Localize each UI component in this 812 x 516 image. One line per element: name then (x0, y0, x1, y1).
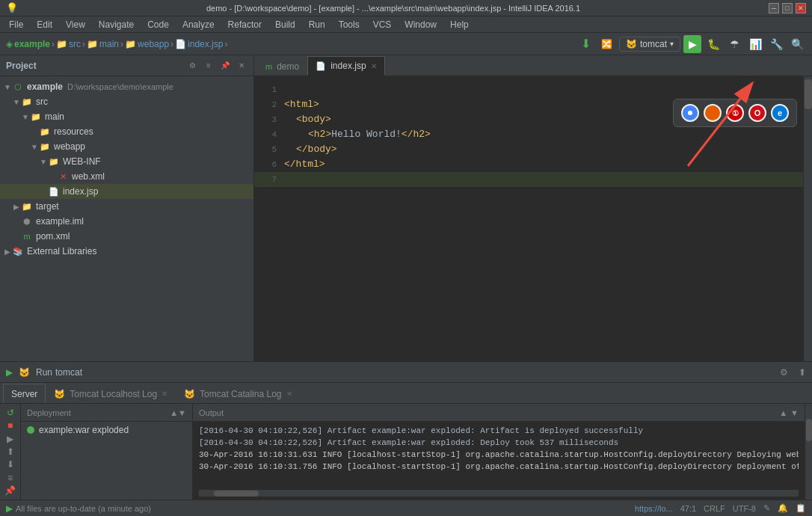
chrome-button[interactable] (681, 104, 699, 122)
tree-webapp[interactable]: ▼ 📁 webapp (0, 139, 253, 154)
menu-item-window[interactable]: Window (399, 18, 443, 31)
firefox-button[interactable] (704, 104, 722, 122)
project-panel-header: Project ⚙ ≡ 📌 ✕ (0, 55, 253, 76)
run-restart-button[interactable]: ↺ (2, 407, 19, 418)
run-down-button[interactable]: ⬇ (2, 459, 19, 470)
opera-button[interactable]: O (748, 104, 766, 122)
update-button[interactable]: ⬇ (577, 35, 595, 53)
run-tab-catalina[interactable]: 🐱 Tomcat Catalina Log ✕ (176, 384, 300, 403)
build-button[interactable]: 🔧 (767, 35, 785, 53)
breadcrumb-jsp-icon: 📄 (175, 39, 186, 49)
tree-src[interactable]: ▼ 📁 src (0, 94, 253, 109)
tree-root[interactable]: ▼ ⬡ example D:\workspace\demo\example (0, 79, 253, 94)
run-pin-button[interactable]: 📌 (2, 485, 19, 497)
tab-demo-icon: m (265, 62, 272, 71)
run-up-button[interactable]: ⬆ (2, 446, 19, 457)
maximize-button[interactable]: □ (782, 3, 793, 13)
run-filter-button[interactable]: ≡ (2, 472, 19, 483)
log-line-1: [2016-04-30 04:10:22,526] Artifact examp… (199, 425, 799, 437)
breadcrumb-webapp[interactable]: webapp (138, 39, 169, 49)
src-folder-icon: 📁 (21, 96, 33, 108)
close-button[interactable]: ✕ (796, 3, 806, 13)
menu-item-analyze[interactable]: Analyze (176, 18, 221, 31)
run-tab-localhost-close[interactable]: ✕ (162, 390, 167, 398)
run-tab-localhost[interactable]: 🐱 Tomcat Localhost Log ✕ (46, 384, 176, 403)
tree-webinf[interactable]: ▼ 📁 WEB-INF (0, 154, 253, 169)
ie-button[interactable]: ① (726, 104, 744, 122)
coverage-button[interactable]: ☂ (725, 35, 743, 53)
menu-item-edit[interactable]: Edit (31, 18, 58, 31)
edge-button[interactable]: e (771, 104, 789, 122)
deploy-status-indicator (27, 426, 34, 434)
profile-button[interactable]: 📊 (746, 35, 764, 53)
menu-item-navigate[interactable]: Navigate (93, 18, 140, 31)
status-right: https://lo... 47:1 CRLF UTF-8 ✎ 🔔 📋 (635, 503, 806, 513)
debug-button[interactable]: 🐛 (704, 35, 722, 53)
breadcrumb-main[interactable]: main (99, 39, 119, 49)
breadcrumb-src[interactable]: src (69, 39, 81, 49)
menu-item-vcs[interactable]: VCS (367, 18, 398, 31)
tree-target[interactable]: ▶ 📁 target (0, 199, 253, 214)
run-stop-button[interactable]: ■ (2, 420, 19, 431)
tree-src-label: src (36, 96, 48, 107)
git-button[interactable]: 🔀 (598, 35, 616, 53)
menu-item-tools[interactable]: Tools (333, 18, 366, 31)
status-url[interactable]: https://lo... (635, 504, 673, 513)
webxml-file-icon: ✕ (57, 171, 69, 182)
deployment-scroll-down[interactable]: ▼ (178, 408, 186, 417)
tree-exampleiml[interactable]: ⬢ example.iml (0, 214, 253, 229)
menu-item-view[interactable]: View (60, 18, 91, 31)
deployment-scroll-up[interactable]: ▲ (170, 408, 178, 417)
project-pin-button[interactable]: 📌 (219, 60, 231, 72)
run-tab-server[interactable]: Server (3, 384, 46, 403)
tree-main[interactable]: ▼ 📁 main (0, 109, 253, 124)
menu-item-run[interactable]: Run (303, 18, 331, 31)
project-settings-button[interactable]: ⚙ (186, 60, 198, 72)
vertical-scrollbar[interactable] (805, 404, 812, 500)
tree-resources-label: resources (54, 126, 93, 137)
tab-demo-label: demo (277, 61, 299, 72)
tree-webxml[interactable]: ✕ web.xml (0, 169, 253, 184)
tab-indexjsp-close[interactable]: ✕ (371, 62, 377, 70)
run-icon-status: ▶ (6, 503, 13, 514)
tree-pomxml[interactable]: m pom.xml (0, 229, 253, 244)
run-tab-catalina-close[interactable]: ✕ (286, 390, 292, 398)
menu-item-code[interactable]: Code (141, 18, 175, 31)
run-config-selector[interactable]: 🐱 tomcat ▾ (619, 37, 680, 52)
status-line-ending[interactable]: CRLF (704, 504, 725, 513)
run-tab-localhost-icon: 🐱 (54, 389, 65, 399)
run-resume-button[interactable]: ▶ (2, 433, 19, 444)
menu-item-help[interactable]: Help (444, 18, 475, 31)
main-folder-icon: 📁 (30, 111, 42, 123)
search-button[interactable]: 🔍 (788, 35, 806, 53)
status-encoding[interactable]: UTF-8 (733, 504, 756, 513)
breadcrumb-example[interactable]: example (14, 39, 50, 49)
run-maximize-button[interactable]: ⬆ (799, 367, 806, 378)
breadcrumb-sep4: › (170, 39, 173, 49)
code-line-7: 7 (254, 172, 812, 187)
output-scroll-up[interactable]: ▲ (779, 408, 787, 417)
tab-indexjsp[interactable]: 📄 index.jsp ✕ (307, 56, 384, 76)
project-gear-button[interactable]: ≡ (203, 60, 215, 72)
project-tree: ▼ ⬡ example D:\workspace\demo\example ▼ … (0, 76, 253, 361)
tree-external-libs-label: External Libraries (27, 246, 96, 257)
breadcrumb-folder-icon2: 📁 (87, 39, 98, 49)
tree-indexjsp[interactable]: 📄 index.jsp (0, 184, 253, 199)
status-event-log[interactable]: 📋 (796, 503, 806, 513)
run-button[interactable]: ▶ (683, 35, 701, 53)
tree-resources[interactable]: 📁 resources (0, 124, 253, 139)
menu-item-refactor[interactable]: Refactor (222, 18, 268, 31)
run-settings-button[interactable]: ⚙ (780, 367, 788, 378)
menu-item-build[interactable]: Build (269, 18, 301, 31)
horizontal-scrollbar[interactable] (199, 489, 799, 497)
tree-external-libs[interactable]: ▶ 📚 External Libraries (0, 244, 253, 259)
project-hide-button[interactable]: ✕ (236, 60, 247, 72)
output-scroll-down[interactable]: ▼ (790, 408, 799, 417)
deployment-item: example:war exploded (21, 422, 192, 438)
editor-content[interactable]: 1 2 <html> 3 <body> 4 <h2>Hello World!</… (254, 76, 812, 361)
breadcrumb-indexjsp[interactable]: index.jsp (188, 39, 223, 49)
tab-demo[interactable]: m demo (257, 56, 307, 76)
deployment-col-title: Deployment (27, 408, 71, 417)
minimize-button[interactable]: ─ (769, 3, 779, 13)
menu-item-file[interactable]: File (3, 18, 29, 31)
